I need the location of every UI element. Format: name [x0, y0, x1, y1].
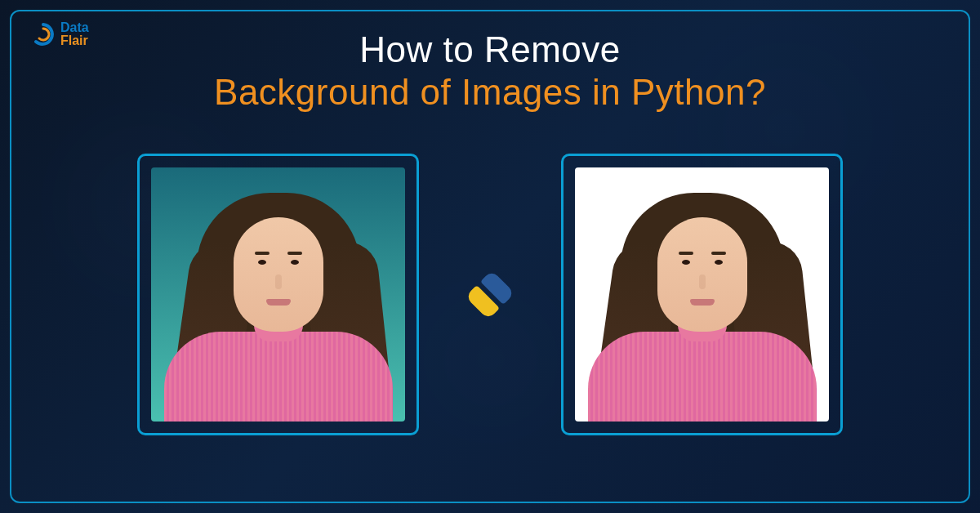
- page-title: How to Remove Background of Images in Py…: [0, 29, 980, 113]
- before-image: [151, 167, 405, 422]
- before-image-frame: [137, 154, 419, 435]
- after-image: [575, 167, 829, 422]
- after-image-frame: [561, 154, 843, 435]
- title-line1: How to Remove: [0, 29, 980, 70]
- python-icon: [459, 263, 521, 325]
- title-line2: Background of Images in Python?: [0, 72, 980, 113]
- comparison-row: [0, 154, 980, 435]
